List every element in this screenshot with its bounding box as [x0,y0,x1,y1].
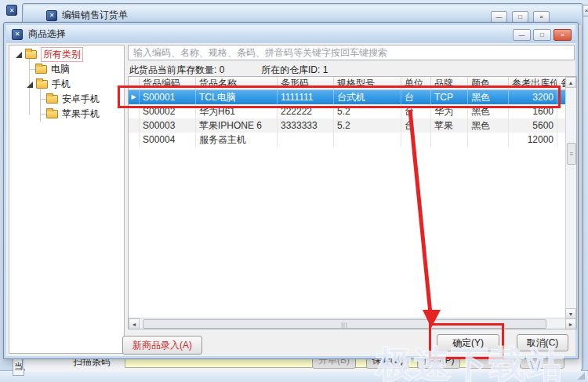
tree-item-computer[interactable]: 电脑 [9,62,124,77]
ok-button[interactable]: 确定(Y) [437,334,499,351]
row-gutter [129,133,140,147]
cell-brand [431,133,468,147]
row-gutter [129,118,140,133]
horizontal-scrollbar[interactable]: ◄ ||| ► [129,318,576,329]
cell-color: 黑色 [468,118,509,133]
column-header[interactable]: 颜色 [468,77,509,89]
folder-icon [35,65,47,74]
row-selector-icon: ▶ [129,90,140,104]
maximize-icon[interactable]: □ [512,11,528,23]
tree-item-label: 手机 [52,78,71,91]
column-header[interactable]: 货品编码 [140,77,196,89]
tree-item-phone[interactable]: 手机 [9,77,124,92]
cell-spec: 台式机 [334,90,401,104]
cell-spec: 5.2 [334,118,401,133]
cell-brand: 苹果 [431,118,468,133]
cell-code: S00001 [140,90,196,104]
tree-item-label: 所有类别 [41,47,83,62]
cell-name: TCL电脑 [196,90,278,104]
cell-code: S00003 [140,118,196,133]
cell-color: 黑色 [468,104,509,118]
cell-price: 5600 [509,118,557,133]
tree-item-apple-phone[interactable]: 苹果手机 [9,107,124,122]
cell-color: 黑色 [468,90,509,104]
minimize-icon[interactable]: — [513,29,531,41]
table-row[interactable]: S00003 苹果IPHONE 6 3333333 5.2 台 苹果 黑色 56… [129,118,567,133]
cell-code: S00002 [140,104,196,118]
cell-price: 3200 [509,90,557,104]
cell-spec: 5.2 [334,104,401,118]
new-product-button[interactable]: 新商品录入(A) [122,336,202,355]
column-header[interactable]: 参考出库价 [509,77,557,89]
header-corner-cell [129,77,140,89]
cell-name: 华为H61 [196,104,278,118]
cell-barcode: 222222 [278,104,334,118]
app-icon: ✕ [12,29,23,40]
cell-barcode [278,133,334,147]
tree-item-label: 安卓手机 [62,93,100,106]
close-icon[interactable]: × [533,11,550,23]
tree-expander-icon[interactable] [27,82,33,88]
scroll-right-icon[interactable]: ► [565,318,576,329]
tree-expander-icon[interactable] [16,52,22,58]
close-icon[interactable]: × [554,29,572,41]
product-select-dialog: ✕ 商品选择 — □ × 所有类别 电脑 [3,22,579,359]
table-row[interactable]: S00002 华为H61 222222 5.2 台 华为 黑色 1600 [129,104,567,118]
row-gutter [129,104,140,118]
cell-code: S00004 [140,133,196,147]
tree-item-label: 苹果手机 [62,107,100,121]
column-header[interactable]: 单位 [401,77,431,89]
scroll-up-icon[interactable]: ▲ [565,77,576,88]
cell-unit: 台 [401,104,431,118]
dialog-title: 商品选择 [28,27,66,41]
parent-window-title: 编辑销售订货单 [62,9,128,22]
tree-item-label: 电脑 [51,63,70,76]
table-header-row: 货品编码 货品名称 条形码 规格型号 单位 品牌 颜色 参考出库价 备注 [129,77,567,90]
screenshot-root: ✕ × 当 ✕ 编辑销售订货单 — □ × 扫描条码 开单(B) 保存(S) 打… [0,0,588,382]
vertical-scrollbar[interactable]: ▲ ≡ ▼ [565,77,576,319]
resize-grip[interactable] [577,372,585,380]
maximize-icon[interactable]: □ [533,29,551,41]
vertical-scroll-thumb[interactable]: ≡ [567,143,576,165]
folder-icon [25,50,37,59]
cell-brand: TCP [431,90,468,104]
cell-barcode: 1111111 [278,90,334,104]
stock-quantity-label: 此货品当前库存数量: 0 [129,64,224,77]
minimize-icon[interactable]: — [491,11,507,23]
column-header[interactable]: 品牌 [431,77,468,89]
outer-window-bottom-strip [0,370,588,382]
category-tree: 所有类别 电脑 手机 安卓手机 苹果手机 [9,45,125,354]
cell-color [468,133,509,147]
folder-icon [46,110,58,118]
cell-name: 服务器主机 [196,133,278,147]
cell-name: 苹果IPHONE 6 [196,118,278,133]
search-input[interactable] [128,45,575,60]
folder-icon [36,80,48,89]
cell-price: 1600 [509,104,557,118]
cell-barcode: 3333333 [278,118,334,133]
column-header[interactable]: 规格型号 [334,77,401,89]
column-header[interactable]: 货品名称 [196,77,278,89]
cell-unit [401,133,431,147]
cell-spec [334,133,401,147]
dialog-titlebar[interactable]: ✕ 商品选择 [6,25,575,43]
product-table: 货品编码 货品名称 条形码 规格型号 单位 品牌 颜色 参考出库价 备注 ▶ S… [128,76,577,329]
cell-brand: 华为 [431,104,468,118]
tree-item-android-phone[interactable]: 安卓手机 [9,92,124,107]
scroll-left-icon[interactable]: ◄ [129,318,140,329]
app-icon: ✕ [46,10,57,21]
table-row[interactable]: S00004 服务器主机 12000 [129,133,567,147]
cell-unit: 台 [401,118,431,133]
table-row[interactable]: ▶ S00001 TCL电脑 1111111 台式机 台 TCP 黑色 3200 [129,90,567,104]
column-header[interactable]: 条形码 [278,77,334,89]
folder-icon [46,95,58,104]
cancel-button[interactable]: 取消(C) [517,334,568,351]
horizontal-scroll-thumb[interactable]: ||| [143,319,546,329]
cell-unit: 台 [401,90,431,104]
tree-item-all-categories[interactable]: 所有类别 [9,47,124,62]
app-icon: ✕ [6,5,17,16]
cell-price: 12000 [509,133,557,147]
warehouse-id-label: 所在的仓库ID: 1 [261,64,328,77]
